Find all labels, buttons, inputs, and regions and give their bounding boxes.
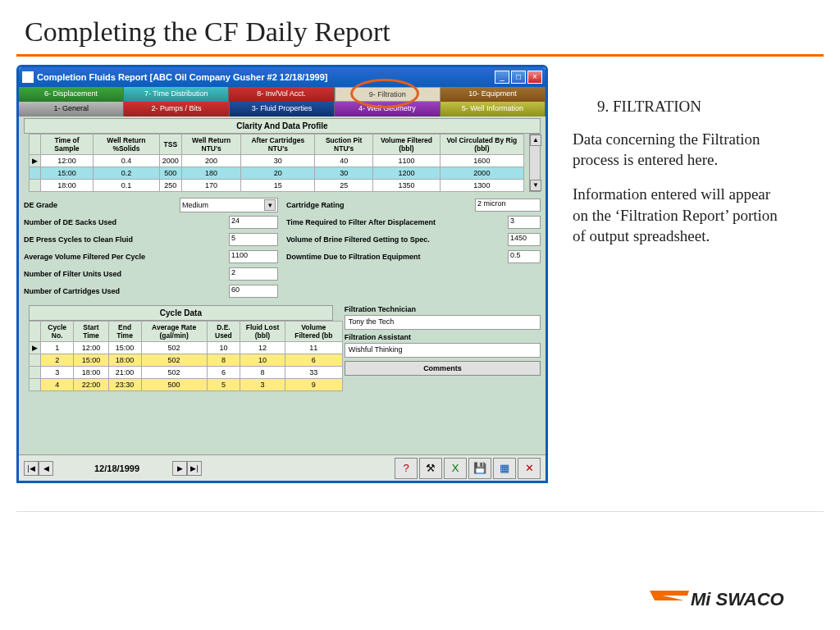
- save-button[interactable]: 💾: [468, 458, 491, 479]
- notes-panel: 9. FILTRATION Data concerning the Filtra…: [573, 65, 786, 483]
- params-left: DE Grade Medium▾ Number of DE Sacks Used…: [24, 197, 278, 300]
- assistant-input[interactable]: Wishful Thinking: [345, 343, 541, 358]
- exit-button[interactable]: ✕: [518, 458, 541, 479]
- scroll-down-button[interactable]: ▼: [530, 180, 541, 191]
- table-row: 318:0021:005026833: [30, 367, 343, 379]
- scroll-up-button[interactable]: ▲: [530, 135, 541, 146]
- table-row: ▶112:0015:00502101211: [30, 342, 343, 354]
- cycle-title: Cycle Data: [29, 305, 333, 321]
- tab-general[interactable]: 1- General: [19, 102, 124, 116]
- table-row: 215:0018:005028106: [30, 354, 343, 367]
- divider: [16, 54, 824, 57]
- table-row: 422:0023:30500539: [30, 379, 343, 391]
- notes-heading: 9. FILTRATION: [597, 96, 786, 117]
- titlebar: Completion Fluids Report [ABC Oil Compan…: [19, 67, 546, 87]
- tab-well-geometry[interactable]: 4- Well Geometry: [335, 102, 440, 116]
- tab-pumps[interactable]: 2- Pumps / Bits: [124, 102, 229, 116]
- clarity-table[interactable]: Time of SampleWell Return %SolidsTSSWell…: [29, 134, 524, 192]
- cartridge-rating-input[interactable]: 2 micron: [475, 199, 541, 212]
- tab-inv-vol[interactable]: 8- Inv/Vol Acct.: [229, 87, 334, 102]
- chevron-down-icon: ▾: [264, 199, 276, 211]
- tab-well-information[interactable]: 5- Well Information: [441, 102, 546, 116]
- nav-first-button[interactable]: |◀: [24, 461, 39, 476]
- table-row: 18:000.1250170152513501300: [30, 180, 524, 192]
- brine-volume-input[interactable]: 1450: [508, 233, 541, 246]
- footer-divider: [16, 511, 824, 512]
- minimize-button[interactable]: _: [495, 71, 509, 84]
- slide-title: Completing the CF Daily Report: [0, 0, 840, 54]
- params-right: Cartridge Rating2 micron Time Required t…: [286, 197, 541, 300]
- press-cycles-input[interactable]: 5: [229, 233, 278, 246]
- nav-next-button[interactable]: ▶: [172, 461, 187, 476]
- filter-units-input[interactable]: 2: [229, 267, 278, 281]
- table-button[interactable]: ▦: [493, 458, 516, 479]
- tab-filtration[interactable]: 9- Filtration: [335, 87, 441, 102]
- app-icon: [22, 71, 34, 83]
- tab-time-distribution[interactable]: 7- Time Distribution: [124, 87, 229, 102]
- notes-paragraph: Data concerning the Filtration process i…: [573, 129, 786, 171]
- svg-text:Mi SWACO: Mi SWACO: [691, 589, 784, 609]
- tab-displacement[interactable]: 6- Displacement: [19, 87, 124, 102]
- technician-input[interactable]: Tony the Tech: [345, 315, 541, 330]
- cycle-table[interactable]: Cycle No.Start TimeEnd TimeAverage Rate …: [29, 321, 343, 391]
- bottom-bar: |◀ ◀ 12/18/1999 ▶ ▶| ? ⚒ X 💾 ▦ ✕: [19, 454, 546, 481]
- de-sacks-input[interactable]: 24: [229, 216, 278, 229]
- tab-fluid-properties[interactable]: 3- Fluid Properties: [230, 102, 335, 116]
- notes-paragraph: Information entered will appear on the ‘…: [573, 184, 786, 247]
- clarity-title: Clarity And Data Profile: [24, 118, 541, 134]
- comments-button[interactable]: Comments: [345, 361, 541, 376]
- de-grade-select[interactable]: Medium▾: [180, 198, 278, 212]
- mi-swaco-logo: Mi SWACO: [648, 584, 812, 617]
- tools-button[interactable]: ⚒: [419, 458, 442, 479]
- cartridges-input[interactable]: 60: [229, 285, 278, 298]
- table-row: 15:000.2500180203012002000: [30, 167, 524, 180]
- help-button[interactable]: ?: [395, 458, 418, 479]
- app-window: Completion Fluids Report [ABC Oil Compan…: [16, 65, 548, 483]
- downtime-input[interactable]: 0.5: [508, 250, 541, 263]
- technician-panel: Filtration Technician Tony the Tech Filt…: [345, 304, 541, 391]
- close-button[interactable]: ×: [527, 71, 542, 84]
- nav-prev-button[interactable]: ◀: [39, 461, 53, 476]
- tab-equipment[interactable]: 10- Equipment: [441, 87, 546, 102]
- table-row: ▶12:000.42000200304011001600: [30, 155, 524, 167]
- tabs-row-2: 1- General 2- Pumps / Bits 3- Fluid Prop…: [19, 102, 546, 116]
- window-title: Completion Fluids Report [ABC Oil Compan…: [37, 72, 493, 82]
- excel-export-button[interactable]: X: [444, 458, 467, 479]
- tabs-row-1: 6- Displacement 7- Time Distribution 8- …: [19, 87, 546, 102]
- time-required-input[interactable]: 3: [508, 216, 541, 229]
- nav-last-button[interactable]: ▶|: [187, 461, 202, 476]
- date-display: 12/18/1999: [94, 463, 139, 473]
- maximize-button[interactable]: □: [511, 71, 526, 84]
- avg-volume-input[interactable]: 1100: [229, 250, 278, 263]
